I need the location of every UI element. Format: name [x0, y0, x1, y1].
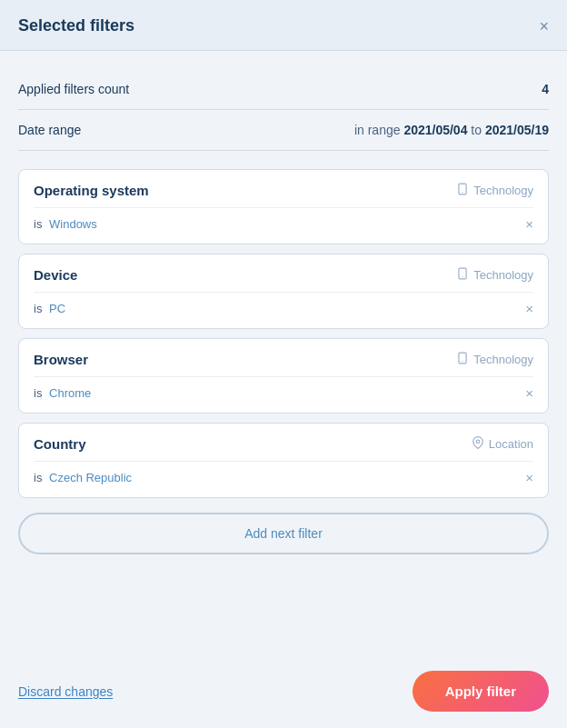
filter-card-header-device: Device Technology: [34, 267, 533, 283]
date-range-to: 2021/05/19: [485, 123, 549, 137]
panel-header: Selected filters ×: [0, 0, 567, 51]
apply-filter-button[interactable]: Apply filter: [413, 671, 549, 712]
category-icon-device: [456, 267, 469, 283]
date-range-value: in range 2021/05/04 to 2021/05/19: [354, 123, 549, 137]
date-range-to-label: to: [471, 123, 482, 137]
filter-val-browser: Chrome: [49, 386, 91, 400]
close-icon[interactable]: ×: [539, 18, 549, 35]
panel-title: Selected filters: [18, 16, 134, 35]
category-label-country: Location: [489, 437, 533, 451]
filter-category-country: Location: [472, 436, 533, 452]
category-icon-country: [472, 436, 484, 452]
date-range-label: Date range: [18, 123, 81, 137]
remove-filter-browser[interactable]: ×: [525, 386, 533, 400]
filter-title-operating-system: Operating system: [34, 183, 149, 198]
filter-value-row-browser: is Chrome ×: [34, 376, 533, 400]
category-icon-browser: [456, 352, 469, 367]
filter-value-browser: is Chrome: [34, 386, 91, 400]
category-icon-operating-system: [456, 183, 469, 198]
add-next-filter-button[interactable]: Add next filter: [18, 513, 549, 554]
filter-condition-country: is: [34, 471, 42, 484]
filter-card-country: Country Location is Czech Republic ×: [18, 423, 549, 498]
date-range-row: Date range in range 2021/05/04 to 2021/0…: [18, 110, 549, 151]
filter-title-country: Country: [34, 436, 86, 452]
panel-body: Applied filters count 4 Date range in ra…: [0, 51, 567, 654]
filter-condition-browser: is: [34, 386, 42, 400]
filter-card-header-operating-system: Operating system Technology: [34, 183, 533, 198]
discard-changes-button[interactable]: Discard changes: [18, 684, 113, 699]
filter-condition-operating-system: is: [34, 217, 42, 231]
applied-filters-row: Applied filters count 4: [18, 69, 549, 110]
filter-category-browser: Technology: [456, 352, 533, 367]
svg-point-6: [476, 440, 480, 444]
filter-category-operating-system: Technology: [456, 183, 533, 198]
remove-filter-operating-system[interactable]: ×: [525, 217, 533, 231]
filters-list: Operating system Technology is Windows ×…: [18, 169, 549, 498]
date-range-prefix: in range: [354, 123, 401, 137]
category-label-browser: Technology: [473, 353, 533, 366]
filter-val-device: PC: [49, 302, 65, 315]
filter-value-country: is Czech Republic: [34, 471, 132, 484]
filter-condition-device: is: [34, 302, 42, 315]
filter-value-row-device: is PC ×: [34, 292, 533, 315]
filter-card-browser: Browser Technology is Chrome ×: [18, 338, 549, 414]
filter-card-header-browser: Browser Technology: [34, 352, 533, 367]
category-label-operating-system: Technology: [473, 184, 533, 197]
remove-filter-device[interactable]: ×: [525, 302, 533, 315]
category-label-device: Technology: [473, 268, 533, 282]
applied-filters-count: 4: [542, 82, 549, 96]
filter-title-browser: Browser: [34, 352, 88, 367]
applied-filters-label: Applied filters count: [18, 82, 129, 96]
filter-val-country: Czech Republic: [49, 471, 132, 484]
filter-value-row-country: is Czech Republic ×: [34, 461, 533, 484]
filter-val-operating-system: Windows: [49, 217, 97, 231]
filter-value-row-operating-system: is Windows ×: [34, 207, 533, 231]
filter-card-header-country: Country Location: [34, 436, 533, 452]
date-range-from: 2021/05/04: [403, 123, 467, 137]
remove-filter-country[interactable]: ×: [525, 471, 533, 484]
filter-category-device: Technology: [456, 267, 533, 283]
panel-footer: Discard changes Apply filter: [0, 654, 567, 728]
filter-panel: Selected filters × Applied filters count…: [0, 0, 567, 728]
filter-value-device: is PC: [34, 302, 65, 315]
filter-value-operating-system: is Windows: [34, 217, 97, 231]
filter-title-device: Device: [34, 267, 77, 283]
filter-card-operating-system: Operating system Technology is Windows ×: [18, 169, 549, 244]
filter-card-device: Device Technology is PC ×: [18, 254, 549, 329]
